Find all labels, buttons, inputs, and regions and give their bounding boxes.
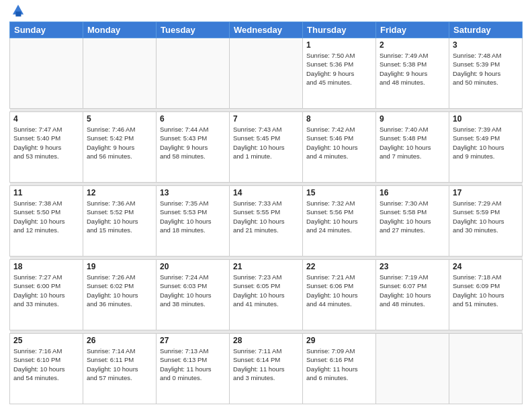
day-info: Sunrise: 7:13 AM Sunset: 6:13 PM Dayligh… (160, 347, 226, 382)
calendar-cell: 28Sunrise: 7:11 AM Sunset: 6:14 PM Dayli… (230, 334, 303, 404)
day-info: Sunrise: 7:16 AM Sunset: 6:10 PM Dayligh… (13, 347, 79, 382)
calendar: Sunday Monday Tuesday Wednesday Thursday… (9, 21, 523, 404)
day-info: Sunrise: 7:30 AM Sunset: 5:58 PM Dayligh… (380, 199, 445, 234)
day-number: 2 (380, 40, 445, 50)
calendar-week-row: 18Sunrise: 7:27 AM Sunset: 6:00 PM Dayli… (10, 260, 523, 330)
calendar-cell: 11Sunrise: 7:38 AM Sunset: 5:50 PM Dayli… (10, 186, 83, 257)
calendar-cell (157, 38, 230, 109)
calendar-week-row: 25Sunrise: 7:16 AM Sunset: 6:10 PM Dayli… (10, 334, 523, 404)
day-info: Sunrise: 7:42 AM Sunset: 5:46 PM Dayligh… (306, 125, 372, 161)
calendar-cell: 16Sunrise: 7:30 AM Sunset: 5:58 PM Dayli… (376, 186, 449, 257)
calendar-cell: 29Sunrise: 7:09 AM Sunset: 6:16 PM Dayli… (303, 334, 376, 404)
day-info: Sunrise: 7:23 AM Sunset: 6:05 PM Dayligh… (233, 273, 299, 308)
day-number: 4 (13, 114, 79, 124)
calendar-cell: 14Sunrise: 7:33 AM Sunset: 5:55 PM Dayli… (230, 186, 303, 257)
calendar-cell: 23Sunrise: 7:19 AM Sunset: 6:07 PM Dayli… (376, 260, 449, 330)
calendar-cell: 25Sunrise: 7:16 AM Sunset: 6:10 PM Dayli… (10, 334, 83, 404)
day-info: Sunrise: 7:24 AM Sunset: 6:03 PM Dayligh… (160, 273, 226, 308)
day-info: Sunrise: 7:19 AM Sunset: 6:07 PM Dayligh… (380, 273, 445, 308)
day-number: 22 (306, 262, 372, 271)
day-info: Sunrise: 7:14 AM Sunset: 6:11 PM Dayligh… (87, 347, 152, 382)
col-friday: Friday (376, 22, 449, 38)
calendar-cell (376, 334, 449, 404)
day-number: 1 (306, 40, 372, 50)
day-number: 16 (380, 188, 445, 197)
col-wednesday: Wednesday (230, 22, 303, 38)
day-info: Sunrise: 7:32 AM Sunset: 5:56 PM Dayligh… (306, 199, 372, 234)
calendar-cell: 21Sunrise: 7:23 AM Sunset: 6:05 PM Dayli… (230, 260, 303, 330)
day-info: Sunrise: 7:40 AM Sunset: 5:48 PM Dayligh… (380, 125, 445, 161)
day-info: Sunrise: 7:36 AM Sunset: 5:52 PM Dayligh… (87, 199, 152, 234)
svg-marker-1 (15, 11, 21, 16)
day-info: Sunrise: 7:46 AM Sunset: 5:42 PM Dayligh… (87, 125, 152, 161)
calendar-cell: 8Sunrise: 7:42 AM Sunset: 5:46 PM Daylig… (303, 112, 376, 183)
calendar-cell: 19Sunrise: 7:26 AM Sunset: 6:02 PM Dayli… (83, 260, 157, 330)
calendar-cell (230, 38, 303, 109)
day-info: Sunrise: 7:18 AM Sunset: 6:09 PM Dayligh… (453, 273, 519, 308)
calendar-cell: 22Sunrise: 7:21 AM Sunset: 6:06 PM Dayli… (303, 260, 376, 330)
day-number: 3 (453, 40, 519, 50)
calendar-cell: 10Sunrise: 7:39 AM Sunset: 5:49 PM Dayli… (449, 112, 523, 183)
calendar-week-row: 11Sunrise: 7:38 AM Sunset: 5:50 PM Dayli… (10, 186, 523, 257)
logo (9, 9, 26, 17)
calendar-cell: 24Sunrise: 7:18 AM Sunset: 6:09 PM Dayli… (449, 260, 523, 330)
day-number: 13 (160, 188, 226, 197)
day-info: Sunrise: 7:47 AM Sunset: 5:40 PM Dayligh… (13, 125, 79, 161)
col-saturday: Saturday (449, 22, 523, 38)
day-number: 18 (13, 262, 79, 271)
calendar-cell: 18Sunrise: 7:27 AM Sunset: 6:00 PM Dayli… (10, 260, 83, 330)
day-info: Sunrise: 7:43 AM Sunset: 5:45 PM Dayligh… (233, 125, 299, 161)
calendar-cell: 7Sunrise: 7:43 AM Sunset: 5:45 PM Daylig… (230, 112, 303, 183)
day-number: 27 (160, 336, 226, 345)
calendar-cell: 3Sunrise: 7:48 AM Sunset: 5:39 PM Daylig… (449, 38, 523, 109)
day-number: 23 (380, 262, 445, 271)
calendar-cell: 13Sunrise: 7:35 AM Sunset: 5:53 PM Dayli… (157, 186, 230, 257)
calendar-cell: 26Sunrise: 7:14 AM Sunset: 6:11 PM Dayli… (83, 334, 157, 404)
day-number: 26 (87, 336, 152, 345)
day-number: 29 (306, 336, 372, 345)
calendar-header-row: Sunday Monday Tuesday Wednesday Thursday… (10, 22, 523, 38)
calendar-cell: 1Sunrise: 7:50 AM Sunset: 5:36 PM Daylig… (303, 38, 376, 109)
day-info: Sunrise: 7:50 AM Sunset: 5:36 PM Dayligh… (306, 51, 372, 87)
day-number: 21 (233, 262, 299, 271)
day-info: Sunrise: 7:29 AM Sunset: 5:59 PM Dayligh… (453, 199, 519, 234)
calendar-week-row: 1Sunrise: 7:50 AM Sunset: 5:36 PM Daylig… (10, 38, 523, 109)
calendar-cell: 27Sunrise: 7:13 AM Sunset: 6:13 PM Dayli… (157, 334, 230, 404)
logo-icon (11, 3, 26, 17)
calendar-cell (449, 334, 523, 404)
col-thursday: Thursday (303, 22, 376, 38)
day-number: 6 (160, 114, 226, 124)
day-number: 7 (233, 114, 299, 124)
day-number: 14 (233, 188, 299, 197)
day-info: Sunrise: 7:49 AM Sunset: 5:38 PM Dayligh… (380, 51, 445, 87)
calendar-cell: 17Sunrise: 7:29 AM Sunset: 5:59 PM Dayli… (449, 186, 523, 257)
day-info: Sunrise: 7:27 AM Sunset: 6:00 PM Dayligh… (13, 273, 79, 308)
day-info: Sunrise: 7:33 AM Sunset: 5:55 PM Dayligh… (233, 199, 299, 234)
calendar-cell: 9Sunrise: 7:40 AM Sunset: 5:48 PM Daylig… (376, 112, 449, 183)
day-number: 28 (233, 336, 299, 345)
day-info: Sunrise: 7:11 AM Sunset: 6:14 PM Dayligh… (233, 347, 299, 382)
day-number: 15 (306, 188, 372, 197)
day-number: 11 (13, 188, 79, 197)
calendar-cell: 2Sunrise: 7:49 AM Sunset: 5:38 PM Daylig… (376, 38, 449, 109)
calendar-cell (10, 38, 83, 109)
calendar-cell: 15Sunrise: 7:32 AM Sunset: 5:56 PM Dayli… (303, 186, 376, 257)
day-info: Sunrise: 7:48 AM Sunset: 5:39 PM Dayligh… (453, 51, 519, 87)
day-info: Sunrise: 7:35 AM Sunset: 5:53 PM Dayligh… (160, 199, 226, 234)
day-info: Sunrise: 7:09 AM Sunset: 6:16 PM Dayligh… (306, 347, 372, 382)
calendar-cell (83, 38, 157, 109)
day-info: Sunrise: 7:44 AM Sunset: 5:43 PM Dayligh… (160, 125, 226, 161)
day-info: Sunrise: 7:38 AM Sunset: 5:50 PM Dayligh… (13, 199, 79, 234)
day-number: 17 (453, 188, 519, 197)
calendar-cell: 12Sunrise: 7:36 AM Sunset: 5:52 PM Dayli… (83, 186, 157, 257)
day-number: 20 (160, 262, 226, 271)
day-number: 12 (87, 188, 152, 197)
col-tuesday: Tuesday (157, 22, 230, 38)
day-number: 5 (87, 114, 152, 124)
day-number: 19 (87, 262, 152, 271)
day-number: 24 (453, 262, 519, 271)
col-sunday: Sunday (10, 22, 83, 38)
header (9, 7, 523, 17)
col-monday: Monday (83, 22, 157, 38)
calendar-cell: 5Sunrise: 7:46 AM Sunset: 5:42 PM Daylig… (83, 112, 157, 183)
